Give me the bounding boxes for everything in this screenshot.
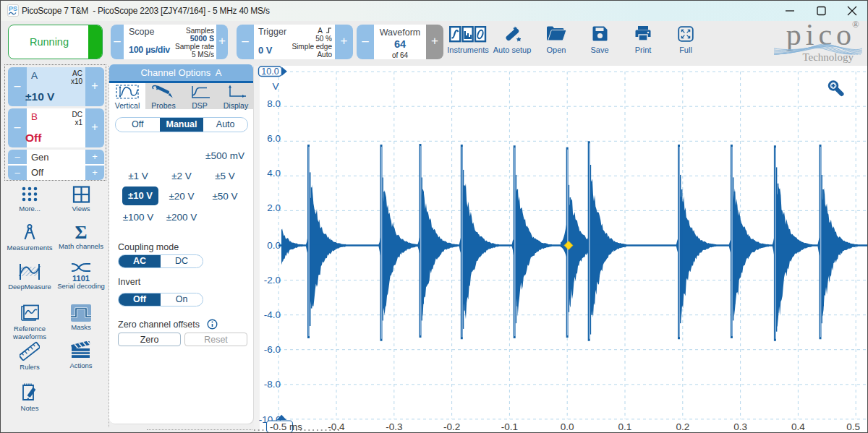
svg-text:6.0: 6.0 [267,133,281,144]
svg-text:-0.2: -0.2 [443,421,460,432]
svg-text:-8.0: -8.0 [264,379,281,390]
svg-text:-6.0: -6.0 [264,344,281,355]
svg-text:-4.0: -4.0 [264,309,281,320]
svg-text:0.1: 0.1 [618,421,632,432]
svg-text:4.0: 4.0 [267,168,281,179]
svg-text:0.3: 0.3 [733,421,747,432]
svg-text:PS: PS [9,5,17,12]
svg-text:-2.0: -2.0 [264,275,281,286]
svg-text:10.0: 10.0 [261,67,278,77]
svg-text:0.0: 0.0 [267,240,281,251]
svg-text:0.0: 0.0 [561,421,574,432]
svg-text:0.2: 0.2 [676,421,689,432]
svg-text:V: V [272,81,278,92]
svg-text:0.4: 0.4 [791,421,805,432]
svg-text:-0.3: -0.3 [386,421,402,432]
svg-text:2.0: 2.0 [267,202,281,213]
svg-text:8.0: 8.0 [267,98,281,109]
svg-text:-0.4: -0.4 [328,421,345,432]
svg-text:0.5: 0.5 [846,421,860,432]
svg-text:-0.1: -0.1 [501,421,518,432]
svg-text:-0.5 ms: -0.5 ms [270,421,302,432]
